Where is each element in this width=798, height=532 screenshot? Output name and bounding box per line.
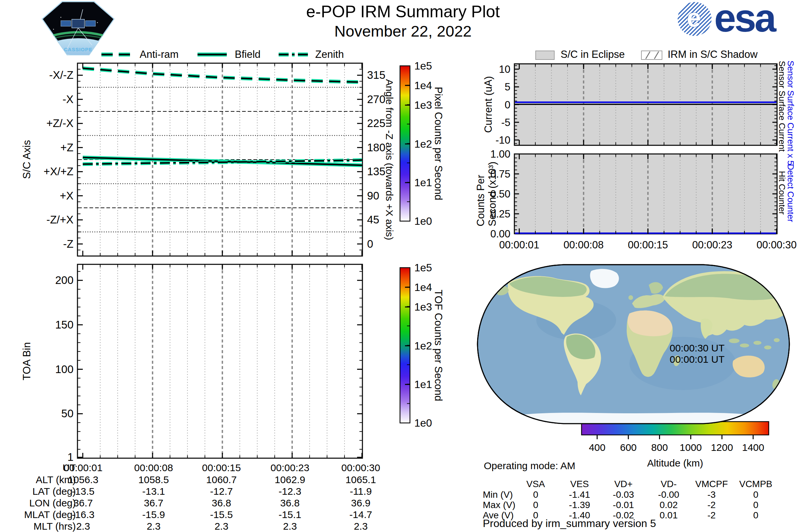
ephemeris-cell: 36.7: [49, 498, 118, 508]
altitude-tick-label: 1200: [711, 442, 733, 453]
ephemeris-cell: 00:00:15: [187, 463, 256, 473]
colorbar-tick-label: 1e5: [414, 262, 432, 274]
sensor-surface-current-x5-label: Sensor Surface Current x 5: [786, 60, 796, 165]
counts-ylabel: Counts Per Second (x10³): [475, 162, 498, 226]
altitude-tick-label: 400: [589, 442, 606, 453]
groundtrack-map: [476, 264, 790, 424]
attitude-right-ytick-label: 90: [367, 190, 379, 202]
ephemeris-cell: 36.8: [187, 498, 256, 508]
altitude-colorbar-label: Altitude (km): [582, 458, 769, 468]
time-xtick-label: 00:00:01: [499, 239, 539, 251]
altitude-tick-label: 1000: [680, 442, 702, 453]
current-ytick-label: 10: [499, 63, 510, 75]
hit-counter-label-wrap: Hit Counter: [777, 151, 787, 234]
ephemeris-cell: 36.9: [326, 498, 395, 508]
voltage-cell: 0: [729, 511, 782, 520]
figure-canvas: CASSIOPE e-POP IRM Summary Plot November…: [0, 0, 798, 532]
plot-frame: [77, 264, 362, 458]
current-ytick-label: 0: [505, 99, 510, 111]
attitude-ytick-label: -X/-Z: [49, 69, 74, 81]
current-ytick-label: -10: [495, 134, 510, 146]
plot-frame: [514, 154, 777, 234]
ephemeris-cell: 36.8: [255, 498, 324, 508]
ephemeris-cell: 00:00:01: [49, 463, 118, 473]
map-annotation-end-time: 00:00:30 UT: [670, 342, 724, 354]
ephemeris-cell: 2.3: [326, 521, 395, 531]
ephemeris-cell: 2.3: [119, 521, 188, 531]
toa-ytick-label: 150: [55, 319, 74, 331]
time-xtick-label: 00:00:23: [692, 239, 733, 251]
ephemeris-cell: 36.7: [119, 498, 188, 508]
ephemeris-cell: 00:00:30: [326, 463, 395, 473]
ephemeris-cell: 00:00:08: [119, 463, 188, 473]
ephemeris-cell: 2.3: [255, 521, 324, 531]
pixel-colorbar-label-wrap: Pixel Counts per Second: [431, 66, 446, 221]
colorbar-tick-label: 1e0: [414, 215, 432, 227]
current-ytick-label: -5: [501, 117, 510, 128]
colorbar-tick-label: 1e3: [414, 99, 432, 111]
colorbar-tick-label: 1e4: [414, 281, 432, 293]
ephemeris-cell: -12.3: [255, 487, 324, 496]
colorbar-tick-label: 1e1: [414, 176, 432, 189]
attitude-ytick-label: +X/+Z: [43, 165, 74, 177]
colorbar-tick-label: 1e1: [414, 378, 432, 391]
ephemeris-cell: -12.7: [187, 487, 256, 496]
ephemeris-cell: -16.3: [49, 510, 118, 520]
sensor-surface-current-label: Sensor Surface Current: [777, 61, 787, 152]
ephemeris-cell: -15.5: [187, 510, 256, 520]
ephemeris-cell: -11.9: [326, 487, 395, 496]
tof-colorbar-label-wrap: TOF Counts per Second: [431, 268, 446, 423]
toa-ylabel-wrap: TOA Bin: [19, 264, 35, 458]
hit-counter-label: Hit Counter: [777, 171, 787, 215]
attitude-ylabel-wrap: S/C Axis: [19, 63, 35, 256]
attitude-ytick-label: -Z: [63, 238, 74, 250]
current-ytick-label: 5: [505, 81, 510, 93]
ephemeris-cell: -13.5: [49, 487, 118, 496]
colorbar-tick-label: 1e0: [414, 417, 432, 429]
pixel-colorbar-label: Pixel Counts per Second: [433, 87, 444, 200]
colorbar-tick-label: 1e2: [414, 138, 432, 150]
attitude-right-ylabel: Angle from -Z axis (towards +X axis): [384, 79, 395, 240]
toa-ytick-label: 100: [55, 363, 74, 375]
current-ylabel-wrap: Current (uA): [481, 64, 496, 145]
altitude-tick-label: 800: [651, 442, 668, 453]
ephemeris-cell: -15.1: [255, 510, 324, 520]
detect-counter-label-wrap: Detect Counter: [786, 151, 795, 234]
operating-mode-label: Operating mode: AM: [484, 461, 575, 471]
ephemeris-cell: 1065.1: [326, 475, 395, 485]
ephemeris-cell: 1060.7: [187, 475, 256, 485]
tof-colorbar-label: TOF Counts per Second: [433, 290, 444, 401]
altitude-tick-label: 1400: [742, 442, 764, 453]
ephemeris-cell: 2.3: [187, 521, 256, 531]
ephemeris-cell: -15.9: [119, 510, 188, 520]
map-annotation-start-time: 00:00:01 UT: [670, 354, 724, 365]
ephemeris-cell: -13.1: [119, 487, 188, 496]
counts-ylabel-wrap: Counts Per Second (x10³): [474, 147, 500, 241]
toa-ylabel: TOA Bin: [21, 342, 33, 380]
voltage-cell: 0: [729, 490, 782, 499]
altitude-tick-label: 600: [620, 442, 637, 453]
toa-ytick-label: 200: [55, 274, 74, 286]
voltage-cell: 0: [729, 500, 782, 510]
attitude-right-ytick-label: 45: [367, 213, 379, 226]
ephemeris-cell: 2.3: [49, 521, 118, 531]
colorbar-tick-label: 1e5: [414, 60, 432, 72]
sensor-current-label-wrap: Sensor Surface Current: [777, 60, 787, 153]
colorbar-tick-label: 1e2: [414, 340, 432, 352]
attitude-ytick-label: -X: [62, 93, 74, 106]
colorbar-tick-label: 1e3: [414, 301, 432, 313]
toa-ytick-label: 50: [61, 407, 74, 420]
time-xtick-label: 00:00:08: [564, 239, 604, 251]
ephemeris-cell: 1058.5: [119, 475, 188, 485]
time-xtick-label: 00:00:30: [757, 239, 797, 251]
current-ylabel: Current (uA): [483, 76, 494, 133]
attitude-right-ylabel-wrap: Angle from -Z axis (towards +X axis): [382, 63, 396, 256]
detect-counter-label: Detect Counter: [786, 164, 796, 222]
attitude-ylabel: S/C Axis: [21, 140, 33, 179]
attitude-ytick-label: +Z: [60, 141, 74, 154]
ephemeris-cell: 1062.9: [255, 475, 324, 485]
time-xtick-label: 00:00:15: [628, 239, 668, 251]
attitude-ytick-label: -Z/+X: [46, 213, 74, 226]
sensor-current-x5-label-wrap: Sensor Surface Current x 5: [786, 60, 795, 166]
toa-ytick-label: 1: [68, 451, 74, 463]
